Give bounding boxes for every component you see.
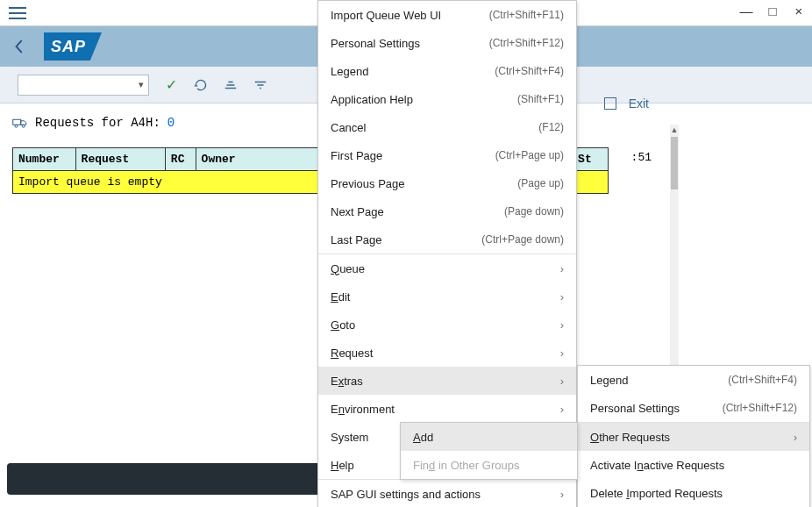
truck-icon	[12, 117, 28, 129]
command-field[interactable]: ▾	[18, 75, 149, 96]
hamburger-icon[interactable]	[9, 7, 26, 19]
menu-sap-gui-settings[interactable]: SAP GUI settings and actions›	[318, 480, 576, 507]
requests-count: 0	[167, 116, 175, 130]
svg-point-2	[22, 125, 25, 127]
col-number[interactable]: Number	[13, 148, 76, 171]
menu-extras[interactable]: Extras›	[318, 367, 576, 395]
menu-personal-settings[interactable]: Personal Settings (Ctrl+Shift+F12)	[318, 29, 576, 57]
menu-first-page[interactable]: First Page (Ctrl+Page up)	[318, 141, 576, 169]
col-st[interactable]: St	[573, 148, 609, 171]
date-fragment: :51	[631, 151, 652, 164]
accept-icon[interactable]: ✓	[163, 77, 179, 93]
extras-activate-inactive[interactable]: Activate Inactive Requests	[578, 451, 809, 479]
submenu-extras: Legend (Ctrl+Shift+F4) Personal Settings…	[577, 365, 810, 507]
scroll-up-icon[interactable]: ▲	[671, 125, 679, 135]
menu-import-queue-webui[interactable]: Import Queue Web UI (Ctrl+Shift+F11)	[318, 1, 576, 29]
extras-personal-settings[interactable]: Personal Settings (Ctrl+Shift+F12)	[578, 394, 809, 422]
back-button[interactable]	[9, 37, 28, 56]
menu-queue[interactable]: Queue›	[318, 254, 576, 282]
menu-last-page[interactable]: Last Page (Ctrl+Page down)	[318, 225, 576, 254]
menu-application-help[interactable]: Application Help (Shift+F1)	[318, 85, 576, 113]
svg-rect-0	[13, 119, 21, 125]
other-find-in-groups: Find in Other Groups	[401, 451, 577, 479]
menu-edit[interactable]: Edit›	[318, 282, 576, 311]
submenu-other-requests: Add Find in Other Groups	[400, 422, 578, 480]
menu-previous-page[interactable]: Previous Page (Page up)	[318, 169, 576, 197]
filter-icon[interactable]	[253, 77, 268, 93]
extras-delete-imported[interactable]: Delete Imported Requests	[578, 479, 809, 507]
scroll-thumb[interactable]	[671, 137, 678, 189]
extras-legend[interactable]: Legend (Ctrl+Shift+F4)	[578, 366, 809, 394]
menu-next-page[interactable]: Next Page (Page down)	[318, 197, 576, 225]
refresh-icon[interactable]	[193, 77, 209, 93]
menu-environment[interactable]: Environment›	[318, 395, 576, 423]
sort-up-icon[interactable]	[223, 77, 239, 93]
svg-point-1	[15, 125, 18, 127]
other-add[interactable]: Add	[401, 423, 577, 451]
requests-label: Requests for A4H:	[35, 116, 160, 130]
chevron-down-icon: ▾	[139, 79, 144, 90]
menu-goto[interactable]: Goto›	[318, 311, 576, 339]
menu-legend[interactable]: Legend (Ctrl+Shift+F4)	[318, 57, 576, 85]
extras-other-requests[interactable]: Other Requests›	[578, 423, 809, 451]
menu-cancel[interactable]: Cancel (F12)	[318, 113, 576, 141]
sap-logo: SAP	[44, 32, 102, 61]
col-rc[interactable]: RC	[165, 148, 196, 171]
menu-request[interactable]: Request›	[318, 339, 576, 367]
col-request[interactable]: Request	[75, 148, 165, 171]
